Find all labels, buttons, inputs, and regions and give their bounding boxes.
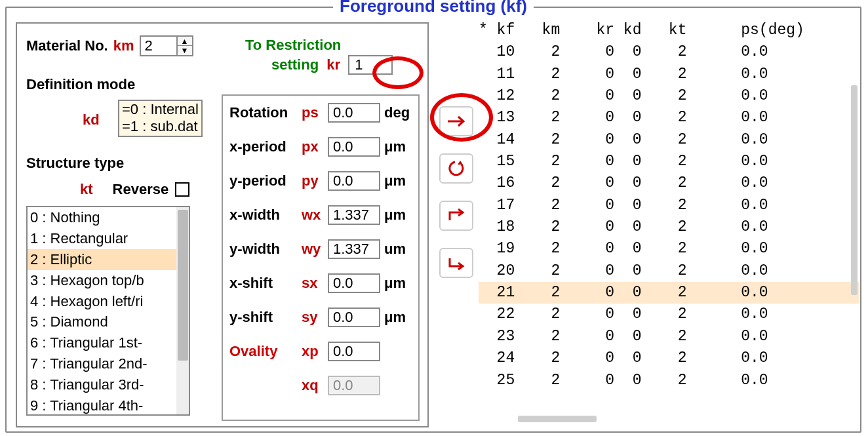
param-name: y-width — [229, 241, 302, 258]
refresh-button[interactable] — [439, 153, 473, 184]
table-row[interactable]: 17 2 0 0 2 0.0 — [479, 195, 859, 216]
structure-type-option[interactable]: 2 : Elliptic — [28, 249, 189, 270]
param-unit: μm — [384, 275, 406, 292]
param-row-ywidth: y-widthwyum — [223, 232, 418, 266]
action-buttons-column — [439, 106, 476, 278]
table-header: * kf km kr kd kt ps(deg) — [479, 20, 859, 41]
structure-type-option[interactable]: 0 : Nothing — [28, 207, 189, 228]
param-sym: xp — [302, 343, 328, 360]
param-unit: μm — [384, 309, 406, 326]
param-input-xperiod[interactable] — [328, 137, 380, 157]
param-input-xq — [328, 376, 380, 395]
param-sym: wx — [302, 207, 328, 224]
group-title: Foreground setting (kf) — [333, 0, 534, 16]
restriction-block: To Restriction setting kr — [245, 35, 393, 75]
table-row[interactable]: 10 2 0 0 2 0.0 — [479, 41, 859, 63]
down-forward-button[interactable] — [439, 248, 473, 278]
left-pane: Material No. km ▲ ▼ Definition mode kd =… — [16, 22, 429, 427]
table-row[interactable]: 23 2 0 0 2 0.0 — [479, 326, 859, 347]
param-sym: sy — [302, 309, 328, 326]
km-symbol: km — [113, 37, 134, 54]
param-unit: um — [384, 241, 406, 258]
material-no-input[interactable] — [141, 37, 176, 55]
arrow-right-icon — [446, 115, 466, 128]
structure-type-option[interactable]: 8 : Triangular 3rd- — [28, 374, 189, 395]
param-input-xshift[interactable] — [328, 273, 380, 293]
param-unit: deg — [384, 104, 410, 121]
param-row-xperiod: x-periodpxμm — [223, 130, 418, 164]
table-row[interactable]: 20 2 0 0 2 0.0 — [479, 260, 859, 282]
listbox-scrollbar[interactable] — [176, 207, 189, 414]
param-sym: px — [302, 138, 328, 155]
param-name: y-shift — [229, 309, 302, 326]
kf-table[interactable]: * kf km kr kd kt ps(deg) 10 2 0 0 2 0.0 … — [479, 20, 859, 426]
material-no-label: Material No. — [26, 37, 108, 54]
kr-input[interactable] — [348, 55, 393, 75]
param-input-xwidth[interactable] — [328, 205, 380, 225]
structure-type-option[interactable]: 5 : Diamond — [28, 311, 189, 332]
forward-button[interactable] — [439, 201, 473, 231]
param-row-ovality: Ovalityxp — [223, 334, 418, 368]
table-row[interactable]: 13 2 0 0 2 0.0 — [479, 107, 859, 129]
material-no-up[interactable]: ▲ — [178, 37, 192, 46]
kd-options-box: =0 : Internal =1 : sub.dat — [118, 100, 203, 137]
table-row[interactable]: 11 2 0 0 2 0.0 — [479, 64, 859, 85]
table-row[interactable]: 19 2 0 0 2 0.0 — [479, 238, 859, 260]
param-row-xshift: x-shiftsxμm — [223, 266, 418, 300]
structure-type-listbox[interactable]: 0 : Nothing1 : Rectangular2 : Elliptic3 … — [26, 206, 190, 416]
param-row-yperiod: y-periodpyμm — [223, 164, 418, 198]
table-row[interactable]: 14 2 0 0 2 0.0 — [479, 129, 859, 151]
definition-mode-label: Definition mode — [26, 76, 135, 93]
structure-type-option[interactable]: 6 : Triangular 1st- — [28, 332, 189, 353]
param-input-yperiod[interactable] — [328, 171, 380, 191]
param-sym: ps — [302, 104, 328, 121]
param-name: x-width — [229, 207, 302, 224]
table-row[interactable]: 21 2 0 0 2 0.0 — [479, 282, 859, 304]
param-input-ovality[interactable] — [328, 342, 380, 361]
arrow-up-right-icon — [447, 208, 465, 223]
kt-symbol: kt — [80, 181, 93, 198]
parameter-box: Rotationpsdegx-periodpxμmy-periodpyμmx-w… — [222, 94, 420, 421]
kr-symbol: kr — [326, 56, 340, 73]
param-row-xwidth: x-widthwxμm — [223, 198, 418, 232]
table-row[interactable]: 25 2 0 0 2 0.0 — [479, 370, 859, 391]
param-name: x-period — [229, 138, 302, 155]
restriction-line2: setting — [271, 56, 319, 73]
structure-type-option[interactable]: 3 : Hexagon top/b — [28, 270, 189, 291]
table-row[interactable]: 22 2 0 0 2 0.0 — [479, 304, 859, 325]
table-vscrollbar[interactable] — [850, 43, 859, 400]
table-row[interactable]: 15 2 0 0 2 0.0 — [479, 151, 859, 172]
structure-type-option[interactable]: 4 : Hexagon left/ri — [28, 291, 189, 312]
arrow-down-right-icon — [447, 256, 465, 270]
param-input-ywidth[interactable] — [328, 239, 380, 259]
structure-type-option[interactable]: 7 : Triangular 2nd- — [28, 353, 189, 374]
param-name: Rotation — [229, 104, 302, 121]
param-row-yshift: y-shiftsyμm — [223, 300, 418, 334]
foreground-setting-group: Foreground setting (kf) Material No. km … — [5, 7, 861, 433]
reverse-checkbox[interactable] — [175, 182, 189, 197]
kd-symbol: kd — [83, 111, 100, 129]
table-row[interactable]: 24 2 0 0 2 0.0 — [479, 347, 859, 369]
param-name: y-period — [229, 172, 302, 189]
apply-button[interactable] — [439, 106, 473, 136]
table-row[interactable]: 16 2 0 0 2 0.0 — [479, 172, 859, 194]
param-row-rotation: Rotationpsdeg — [223, 96, 418, 130]
table-row[interactable]: 18 2 0 0 2 0.0 — [479, 216, 859, 238]
material-no-down[interactable]: ▼ — [178, 46, 192, 55]
kd-option-0: =0 : Internal — [122, 101, 199, 118]
param-sym: xq — [302, 377, 328, 394]
structure-type-option[interactable]: 1 : Rectangular — [28, 228, 189, 249]
reverse-label: Reverse — [113, 181, 169, 198]
material-no-spinner[interactable]: ▲ ▼ — [140, 35, 193, 56]
param-input-rotation[interactable] — [328, 103, 380, 123]
param-unit: μm — [384, 138, 406, 155]
table-row[interactable]: 12 2 0 0 2 0.0 — [479, 85, 859, 107]
table-hscrollbar[interactable] — [518, 416, 597, 422]
structure-type-label: Structure type — [26, 155, 124, 172]
param-input-yshift[interactable] — [328, 307, 380, 327]
structure-type-option[interactable]: 9 : Triangular 4th- — [28, 395, 189, 416]
param-sym: py — [302, 172, 328, 189]
kd-option-1: =1 : sub.dat — [122, 118, 199, 135]
param-sym: wy — [302, 241, 328, 258]
param-sym: sx — [302, 275, 328, 292]
